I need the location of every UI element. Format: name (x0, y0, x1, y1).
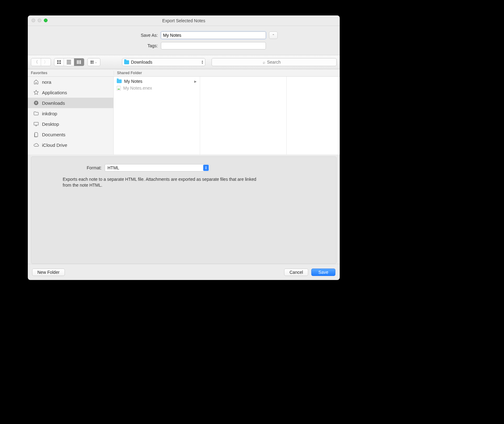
save-as-label: Save As: (90, 33, 158, 38)
zoom-window-button[interactable] (44, 19, 48, 22)
stepper-icon: ▴▾ (202, 60, 203, 64)
home-icon (33, 79, 39, 85)
format-value: HTML (107, 165, 119, 170)
file-browser: nora Applications Downloads inkdrop Desk… (28, 77, 340, 155)
desktop-icon (33, 121, 39, 127)
search-input[interactable] (267, 60, 286, 65)
new-folder-button[interactable]: New Folder (32, 269, 65, 276)
format-label: Format: (40, 165, 102, 170)
file-name: My Notes.enex (123, 86, 152, 91)
options-panel: Format: HTML ▲▼ Exports each note to a s… (31, 156, 337, 264)
chevron-up-icon: ⌃ (272, 34, 275, 37)
file-item-enex[interactable]: My Notes.enex (114, 85, 200, 91)
sidebar-item-downloads[interactable]: Downloads (28, 98, 113, 108)
documents-icon (33, 132, 39, 137)
minimize-window-button[interactable] (38, 19, 41, 22)
list-icon (67, 60, 71, 64)
sidebar-item-label: Desktop (42, 121, 59, 127)
icon-view-button[interactable] (54, 58, 64, 66)
file-item-folder[interactable]: My Notes ▶ (114, 78, 200, 85)
sidebar-item-label: Downloads (42, 100, 65, 106)
sidebar-item-label: inkdrop (42, 111, 57, 116)
sidebar-item-applications[interactable]: Applications (28, 87, 113, 98)
sidebar-item-label: nora (42, 79, 51, 85)
file-column: My Notes ▶ My Notes.enex (114, 77, 200, 155)
save-button[interactable]: Save (311, 269, 335, 276)
grid-small-icon (90, 61, 94, 64)
save-as-input[interactable] (161, 32, 266, 39)
svg-rect-1 (34, 122, 38, 125)
column-view-button[interactable] (74, 58, 84, 66)
chevron-down-icon: ⌄ (95, 61, 97, 64)
titlebar: Export Selected Notes (28, 15, 340, 26)
button-label: New Folder (37, 270, 60, 275)
search-icon: ⌕ (263, 60, 265, 65)
close-window-button[interactable] (32, 19, 35, 22)
chevron-left-icon: 〈 (34, 59, 38, 65)
file-name: My Notes (124, 79, 142, 84)
updown-icon: ▲▼ (203, 165, 209, 171)
save-form: Save As: ⌃ Tags: (28, 26, 340, 55)
applications-icon (33, 90, 39, 95)
dialog-footer: New Folder Cancel Save (28, 264, 340, 280)
tags-input[interactable] (161, 42, 266, 49)
search-field[interactable]: ⌕ (212, 58, 337, 66)
chevron-right-icon: ▶ (194, 80, 197, 83)
folder-icon (124, 60, 129, 64)
format-select[interactable]: HTML ▲▼ (105, 164, 210, 172)
group-by-button[interactable]: ⌄ (87, 58, 100, 66)
nav-segment: 〈 〉 (31, 58, 51, 66)
collapse-toggle-button[interactable]: ⌃ (269, 32, 278, 39)
back-button[interactable]: 〈 (31, 58, 41, 66)
favorites-header: Favorites (28, 71, 114, 75)
forward-button[interactable]: 〉 (41, 58, 51, 66)
columns-icon (77, 60, 81, 64)
format-description: Exports each note to a separate HTML fil… (63, 176, 257, 188)
view-mode-segment (54, 58, 84, 66)
cloud-icon (33, 142, 39, 148)
button-label: Cancel (289, 270, 303, 275)
columns-header: Favorites Shared Folder (28, 69, 340, 77)
sidebar-item-nora[interactable]: nora (28, 77, 113, 87)
button-label: Save (318, 270, 328, 275)
sidebar: nora Applications Downloads inkdrop Desk… (28, 77, 114, 155)
grid-icon (57, 60, 61, 64)
sidebar-item-label: iCloud Drive (42, 142, 67, 148)
window-controls (32, 19, 48, 22)
sidebar-item-inkdrop[interactable]: inkdrop (28, 108, 113, 119)
finder-toolbar: 〈 〉 ⌄ Downloads ▴▾ ⌕ (28, 55, 340, 69)
export-dialog: Export Selected Notes Save As: ⌃ Tags: 〈… (28, 15, 340, 280)
tags-label: Tags: (90, 43, 158, 48)
sidebar-item-label: Documents (42, 132, 65, 137)
folder-icon (117, 79, 122, 83)
location-dropdown[interactable]: Downloads ▴▾ (122, 58, 205, 66)
window-title: Export Selected Notes (28, 18, 340, 23)
sidebar-item-desktop[interactable]: Desktop (28, 119, 113, 129)
downloads-icon (33, 100, 39, 106)
list-view-button[interactable] (64, 58, 74, 66)
sidebar-item-label: Applications (42, 90, 67, 95)
cancel-button[interactable]: Cancel (284, 269, 308, 276)
sidebar-item-icloud[interactable]: iCloud Drive (28, 140, 113, 150)
location-label: Downloads (131, 60, 152, 65)
file-column-empty (200, 77, 287, 155)
folder-icon (33, 111, 39, 116)
file-icon (117, 86, 121, 91)
sidebar-item-documents[interactable]: Documents (28, 129, 113, 140)
column-header: Shared Folder (114, 71, 142, 75)
chevron-right-icon: 〉 (44, 59, 48, 65)
